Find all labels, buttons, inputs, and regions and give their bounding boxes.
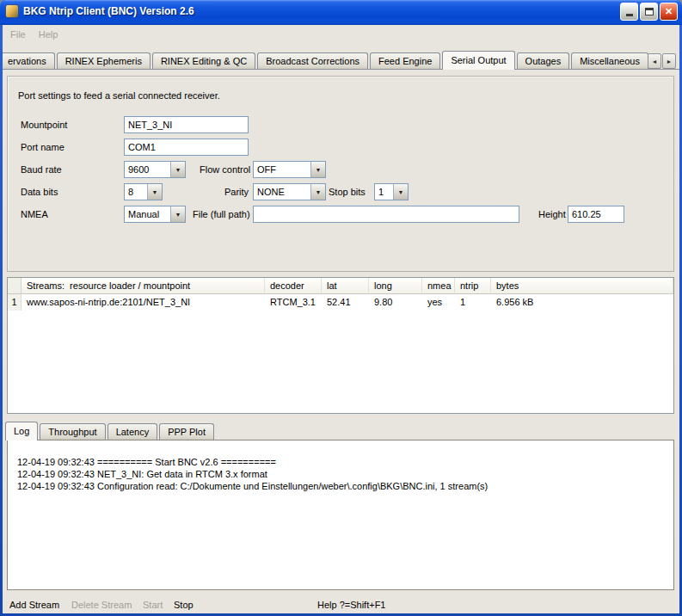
nmea-select[interactable]: Manual ▼ (124, 206, 186, 223)
tab-rinex-editing-qc[interactable]: RINEX Editing & QC (152, 52, 255, 69)
header-long: long (369, 278, 422, 294)
header-ntrip: ntrip (455, 278, 491, 294)
file-path-label: File (full path) (193, 206, 250, 223)
flow-control-label: Flow control (200, 161, 250, 178)
header-lat: lat (322, 278, 369, 294)
tab-scrollers: ◄ ► (648, 53, 676, 69)
cell-ntrip: 1 (455, 294, 491, 311)
log-output: 12-04-19 09:32:43 ========== Start BNC v… (7, 440, 674, 590)
tab-observations[interactable]: ervations (3, 52, 55, 69)
window-controls: ✕ (620, 3, 678, 21)
menu-file[interactable]: File (10, 29, 26, 46)
tab-scroll-left-button[interactable]: ◄ (648, 53, 661, 69)
tab-outages[interactable]: Outages (517, 52, 570, 69)
parity-select[interactable]: NONE ▼ (253, 183, 326, 200)
arrow-left-icon: ◄ (652, 59, 658, 65)
baud-rate-label: Baud rate (21, 161, 62, 178)
tab-feed-engine[interactable]: Feed Engine (370, 52, 440, 69)
tab-scroll-right-button[interactable]: ► (662, 53, 676, 69)
header-bytes: bytes (491, 278, 673, 294)
stop-bits-select[interactable]: 1 ▼ (374, 183, 409, 200)
tab-throughput[interactable]: Throughput (40, 423, 105, 440)
serial-output-panel: Port settings to feed a serial connected… (7, 76, 674, 272)
data-bits-value: 8 (125, 184, 147, 200)
cell-nmea: yes (422, 294, 455, 311)
tab-serial-output[interactable]: Serial Output (442, 51, 514, 70)
nmea-label: NMEA (21, 206, 48, 223)
maximize-icon (645, 8, 654, 15)
file-path-input[interactable] (253, 206, 519, 223)
mountpoint-input[interactable] (124, 116, 249, 133)
arrow-right-icon: ► (667, 59, 673, 65)
stop-button[interactable]: Stop (174, 600, 194, 610)
stop-bits-value: 1 (375, 184, 393, 200)
tab-log[interactable]: Log (5, 422, 38, 440)
add-stream-button[interactable]: Add Stream (9, 600, 59, 610)
chevron-down-icon: ▼ (170, 206, 185, 222)
chevron-down-icon: ▼ (310, 184, 325, 200)
chevron-down-icon: ▼ (310, 162, 325, 177)
start-button[interactable]: Start (143, 600, 163, 610)
cell-bytes: 6.956 kB (491, 294, 673, 311)
row-number: 1 (8, 294, 22, 311)
baud-rate-select[interactable]: 9600 ▼ (124, 161, 186, 178)
data-bits-select[interactable]: 8 ▼ (124, 183, 163, 200)
help-shortcut-label: Help ?=Shift+F1 (317, 600, 386, 610)
tab-latency[interactable]: Latency (108, 423, 158, 440)
panel-description: Port settings to feed a serial connected… (18, 87, 220, 104)
chevron-down-icon: ▼ (170, 162, 185, 177)
streams-table: Streams: resource loader / mountpoint de… (7, 277, 674, 414)
flow-control-select[interactable]: OFF ▼ (253, 161, 326, 178)
port-name-label: Port name (21, 139, 65, 156)
main-tab-bar: ervations RINEX Ephemeris RINEX Editing … (3, 51, 679, 70)
window-title: BKG Ntrip Client (BNC) Version 2.6 (23, 5, 616, 17)
header-mountpoint: Streams: resource loader / mountpoint (22, 278, 265, 294)
streams-table-header: Streams: resource loader / mountpoint de… (8, 278, 673, 294)
port-name-input[interactable] (124, 139, 249, 156)
chevron-down-icon: ▼ (147, 184, 162, 200)
tab-ppp-plot[interactable]: PPP Plot (159, 423, 214, 440)
parity-label: Parity (224, 183, 249, 200)
cell-decoder: RTCM_3.1 (265, 294, 322, 311)
table-row[interactable]: 1 www.sapos-ni-ntrip.de:2101/NET_3_NI RT… (8, 294, 673, 311)
delete-stream-button[interactable]: Delete Stream (71, 600, 132, 610)
mountpoint-label: Mountpoint (21, 116, 67, 133)
app-window: BKG Ntrip Client (BNC) Version 2.6 ✕ Fil… (0, 0, 682, 616)
height-label: Height (538, 206, 566, 223)
menu-help[interactable]: Help (39, 29, 58, 46)
log-line: 12-04-19 09:32:43 ========== Start BNC v… (17, 456, 665, 468)
cell-long: 9.80 (369, 294, 422, 311)
stop-bits-label: Stop bits (329, 183, 366, 200)
nmea-value: Manual (125, 206, 170, 222)
height-input[interactable] (568, 206, 624, 223)
tab-rinex-ephemeris[interactable]: RINEX Ephemeris (57, 52, 151, 69)
menu-bar: File Help (3, 25, 679, 46)
minimize-button[interactable] (620, 3, 638, 21)
baud-rate-value: 9600 (125, 162, 170, 177)
log-line: 12-04-19 09:32:43 Configuration read: C:… (17, 480, 665, 492)
tab-broadcast-corrections[interactable]: Broadcast Corrections (257, 52, 368, 69)
cell-lat: 52.41 (322, 294, 369, 311)
output-tab-bar: Log Throughput Latency PPP Plot (5, 422, 216, 440)
chevron-down-icon: ▼ (393, 184, 408, 200)
title-bar: BKG Ntrip Client (BNC) Version 2.6 ✕ (0, 0, 682, 25)
app-icon (5, 4, 19, 18)
header-gutter (8, 278, 22, 294)
header-nmea: nmea (422, 278, 455, 294)
maximize-button[interactable] (640, 3, 658, 21)
log-line: 12-04-19 09:32:43 NET_3_NI: Get data in … (17, 468, 665, 480)
header-decoder: decoder (265, 278, 322, 294)
tab-miscellaneous[interactable]: Miscellaneous (571, 52, 648, 69)
close-icon: ✕ (665, 6, 673, 17)
client-area: File Help ervations RINEX Ephemeris RINE… (3, 25, 679, 613)
parity-value: NONE (254, 184, 310, 200)
close-button[interactable]: ✕ (660, 3, 678, 21)
minimize-icon (626, 14, 633, 16)
data-bits-label: Data bits (21, 183, 58, 200)
cell-mountpoint: www.sapos-ni-ntrip.de:2101/NET_3_NI (22, 294, 265, 311)
flow-control-value: OFF (254, 162, 310, 177)
